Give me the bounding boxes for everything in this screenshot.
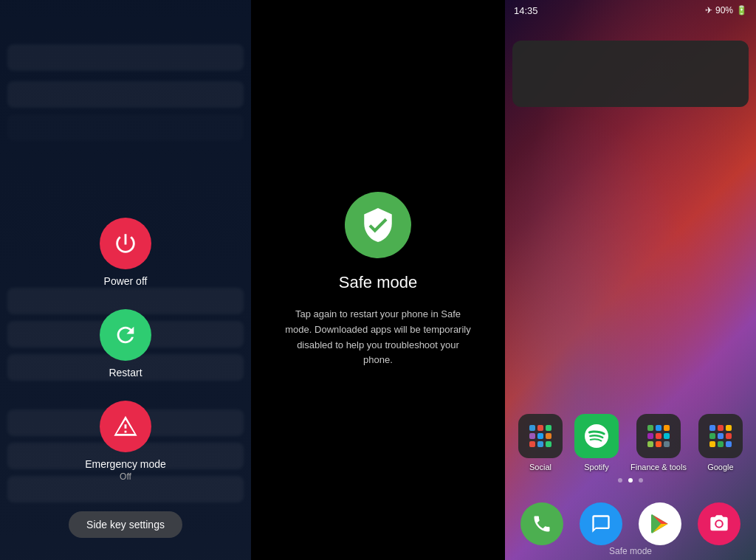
safe-mode-bottom-label: Safe mode	[505, 546, 756, 556]
battery-icon: 🔋	[736, 5, 747, 15]
messages-dock-icon[interactable]	[580, 502, 622, 545]
emergency-sub-label: Off	[120, 471, 131, 482]
phone-dock-icon[interactable]	[520, 502, 563, 545]
emergency-icon-circle[interactable]	[100, 401, 151, 452]
phone-dock-item[interactable]	[520, 502, 563, 545]
power-off-icon	[113, 231, 138, 256]
power-menu-panel: Power off Restart Emergency mode Off Sid…	[0, 0, 251, 560]
spotify-app-icon[interactable]	[574, 414, 619, 458]
play-store-icon	[648, 512, 672, 536]
google-app-label: Google	[707, 463, 733, 471]
safe-mode-description: Tap again to restart your phone in Safe …	[282, 307, 474, 368]
emergency-item[interactable]: Emergency mode Off	[85, 401, 166, 482]
restart-item[interactable]: Restart	[100, 309, 151, 378]
power-off-icon-circle[interactable]	[100, 218, 151, 269]
finance-tools-app-label: Finance & tools	[630, 463, 687, 471]
google-icon-grid	[709, 425, 732, 447]
shield-check-icon	[360, 207, 396, 243]
play-store-dock-item[interactable]	[639, 502, 681, 545]
camera-icon	[709, 514, 729, 534]
safe-mode-title: Safe mode	[339, 273, 417, 292]
restart-icon-circle[interactable]	[100, 309, 151, 361]
status-time: 14:35	[514, 5, 538, 16]
power-menu-items: Power off Restart Emergency mode Off	[85, 218, 166, 482]
messages-icon	[591, 514, 611, 534]
page-dots	[505, 478, 756, 483]
google-app-icon[interactable]	[698, 414, 743, 458]
spotify-icon	[585, 424, 608, 448]
social-app-item[interactable]: Social	[518, 414, 563, 471]
page-dot-2	[628, 478, 633, 483]
phone-icon	[532, 514, 552, 534]
social-app-label: Social	[529, 463, 551, 471]
safe-mode-panel: Safe mode Tap again to restart your phon…	[251, 0, 505, 560]
emergency-icon	[113, 414, 138, 439]
social-app-icon[interactable]	[518, 414, 563, 458]
camera-dock-icon[interactable]	[698, 502, 740, 545]
finance-tools-app-item[interactable]: Finance & tools	[630, 414, 687, 471]
emergency-label: Emergency mode	[85, 458, 166, 470]
messages-dock-item[interactable]	[580, 502, 622, 545]
home-screen-panel: 14:35 ✈ 90% 🔋	[505, 0, 756, 560]
app-dock	[505, 502, 756, 545]
social-icon-grid	[529, 425, 551, 447]
restart-label: Restart	[109, 367, 142, 378]
spotify-app-item[interactable]: Spotify	[574, 414, 619, 471]
finance-tools-app-icon[interactable]	[636, 414, 681, 458]
status-icons: ✈ 90% 🔋	[705, 5, 747, 15]
page-dot-3	[639, 478, 643, 483]
safe-mode-icon	[345, 192, 411, 258]
google-app-item[interactable]: Google	[698, 414, 743, 471]
spotify-app-label: Spotify	[584, 463, 609, 471]
camera-dock-item[interactable]	[698, 502, 740, 545]
page-dot-1	[618, 478, 622, 483]
power-off-label: Power off	[104, 275, 148, 287]
restart-icon	[113, 322, 138, 348]
side-key-label: Side key settings	[86, 519, 165, 530]
finance-icon-grid	[647, 425, 670, 447]
play-store-dock-icon[interactable]	[639, 502, 681, 545]
side-key-settings-button[interactable]: Side key settings	[69, 511, 182, 538]
battery-percentage: 90%	[715, 5, 733, 15]
app-grid: Social Spotify	[505, 414, 756, 471]
airplane-icon: ✈	[705, 5, 712, 15]
notification-bar	[512, 41, 749, 107]
status-bar: 14:35 ✈ 90% 🔋	[505, 0, 756, 21]
power-off-item[interactable]: Power off	[100, 218, 151, 287]
